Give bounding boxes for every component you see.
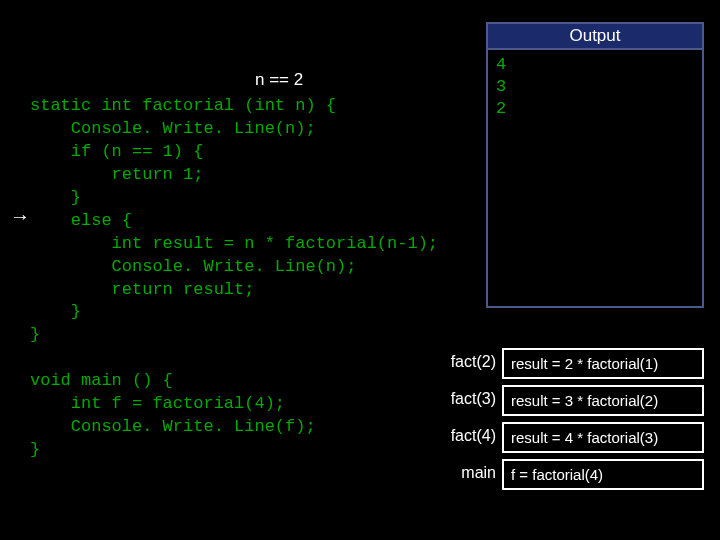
stack-frame-label: main — [444, 459, 502, 490]
code-main: void main () { int f = factorial(4); Con… — [30, 370, 316, 462]
output-panel: Output 4 3 2 — [486, 22, 704, 308]
current-line-arrow: → — [10, 205, 30, 228]
stack-row: fact(4) result = 4 * factorial(3) — [444, 422, 704, 453]
stack-frame-value: result = 2 * factorial(1) — [502, 348, 704, 379]
stack-frame-value: f = factorial(4) — [502, 459, 704, 490]
stack-frame-label: fact(3) — [444, 385, 502, 416]
stack-frame-label: fact(4) — [444, 422, 502, 453]
stack-frame-label: fact(2) — [444, 348, 502, 379]
stack-row: fact(3) result = 3 * factorial(2) — [444, 385, 704, 416]
stack-row: main f = factorial(4) — [444, 459, 704, 490]
stack-frame-value: result = 3 * factorial(2) — [502, 385, 704, 416]
call-stack: fact(2) result = 2 * factorial(1) fact(3… — [444, 348, 704, 496]
stack-row: fact(2) result = 2 * factorial(1) — [444, 348, 704, 379]
stack-frame-value: result = 4 * factorial(3) — [502, 422, 704, 453]
output-title: Output — [488, 24, 702, 50]
code-factorial: static int factorial (int n) { Console. … — [30, 95, 438, 347]
output-body: 4 3 2 — [488, 50, 702, 306]
variable-note: n == 2 — [255, 70, 303, 90]
